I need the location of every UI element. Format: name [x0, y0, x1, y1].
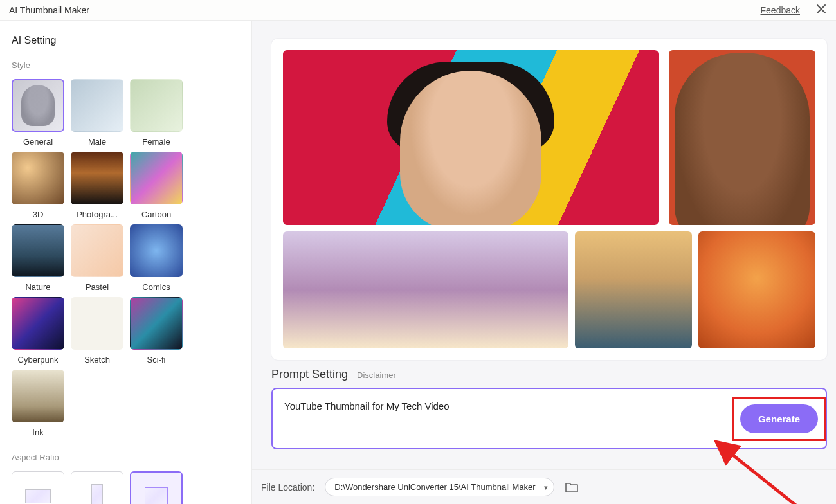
style-thumb [12, 152, 64, 204]
style-card-pastel[interactable]: Pastel [71, 224, 123, 292]
style-thumb [71, 297, 123, 350]
file-location-label: File Location: [261, 482, 314, 492]
style-card-3d[interactable]: 3D [12, 152, 64, 219]
style-label: Ink [32, 428, 43, 437]
aspect-ratio-grid: 16:9 9:16 4:3 3:4 [12, 471, 240, 504]
style-label: Comics [142, 282, 170, 292]
ratio-box [12, 471, 64, 504]
preview-image[interactable] [698, 231, 815, 348]
generate-button[interactable]: Generate [740, 404, 818, 433]
style-label: Cyberpunk [18, 355, 59, 364]
style-card-cartoon[interactable]: Cartoon [130, 152, 183, 219]
style-card-sketch[interactable]: Sketch [71, 297, 123, 364]
preview-image[interactable] [575, 231, 692, 348]
style-label: Cartoon [141, 210, 171, 219]
style-thumb [12, 79, 64, 132]
prompt-value: YouTube Thumbnail for My Tech Video [284, 401, 450, 411]
style-label: Photogra... [77, 210, 118, 219]
ratio-card-16-9[interactable]: 16:9 [12, 471, 64, 504]
style-thumb [12, 224, 64, 277]
ratio-box [130, 471, 183, 504]
ratio-box [71, 471, 123, 504]
feedback-link[interactable]: Feedback [761, 5, 800, 15]
preview-image[interactable] [283, 231, 568, 348]
style-card-ink[interactable]: Ink [12, 370, 64, 437]
style-thumb [130, 224, 183, 277]
style-card-cyberpunk[interactable]: Cyberpunk [12, 297, 64, 364]
preview-image[interactable] [283, 50, 659, 225]
style-label: Male [88, 137, 106, 147]
style-label: Nature [25, 282, 50, 292]
prompt-section: Prompt Setting Disclaimer YouTube Thumbn… [271, 368, 827, 449]
style-label: General [23, 137, 53, 147]
style-label: Pastel [86, 282, 109, 292]
close-icon[interactable] [815, 3, 827, 17]
titlebar: AI Thumbnail Maker Feedback [0, 0, 836, 21]
style-thumb [71, 224, 123, 277]
style-card-nature[interactable]: Nature [12, 224, 64, 292]
file-location-select[interactable]: D:\Wondershare UniConverter 15\AI Thumbn… [325, 478, 554, 496]
style-thumb [71, 152, 123, 204]
style-label: 3D [33, 210, 44, 219]
style-thumb [130, 79, 183, 132]
style-label: Sketch [84, 355, 110, 364]
ratio-card-9-16[interactable]: 9:16 [71, 471, 123, 504]
main: Prompt Setting Disclaimer YouTube Thumbn… [252, 21, 836, 504]
style-thumb [130, 297, 183, 350]
aspect-section-label: Aspect Ratio [12, 453, 240, 462]
style-card-photography[interactable]: Photogra... [71, 152, 123, 219]
app-title: AI Thumbnail Maker [9, 5, 89, 15]
style-card-comics[interactable]: Comics [130, 224, 183, 292]
prompt-input[interactable]: YouTube Thumbnail for My Tech Video [280, 395, 740, 442]
footer: File Location: D:\Wondershare UniConvert… [252, 469, 836, 504]
style-label: Female [142, 137, 170, 147]
prompt-card: YouTube Thumbnail for My Tech Video Gene… [271, 388, 827, 449]
style-card-scifi[interactable]: Sci-fi [130, 297, 183, 364]
disclaimer-link[interactable]: Disclaimer [357, 370, 396, 380]
style-grid: General Male Female 3D Photogra... Carto… [12, 79, 240, 437]
preview-card [271, 39, 827, 360]
open-folder-button[interactable] [565, 482, 579, 493]
style-section-label: Style [12, 60, 240, 70]
style-thumb [12, 297, 64, 350]
style-label: Sci-fi [147, 355, 166, 364]
prompt-title: Prompt Setting [271, 368, 348, 381]
style-card-male[interactable]: Male [71, 79, 123, 147]
sidebar-title: AI Setting [12, 35, 240, 46]
sidebar: AI Setting Style General Male Female 3D [0, 21, 252, 504]
ratio-card-4-3[interactable]: 4:3 [130, 471, 183, 504]
style-thumb [12, 370, 64, 422]
style-card-female[interactable]: Female [130, 79, 183, 147]
style-card-general[interactable]: General [12, 79, 64, 147]
style-thumb [71, 79, 123, 132]
style-thumb [130, 152, 183, 204]
preview-image[interactable] [669, 50, 815, 225]
